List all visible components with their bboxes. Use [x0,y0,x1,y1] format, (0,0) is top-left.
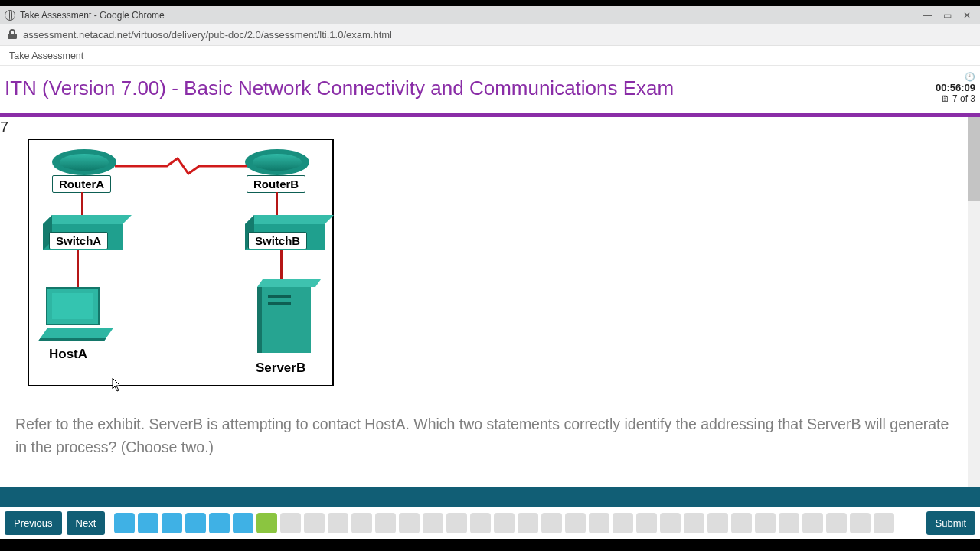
link-ra-sa [81,192,83,218]
question-block-3[interactable] [162,513,182,533]
previous-button[interactable]: Previous [5,511,62,535]
question-block-24[interactable] [660,513,681,533]
question-block-28[interactable] [755,513,776,533]
progress-count: 🗎 7 of 3 [936,93,975,104]
question-block-32[interactable] [850,513,871,533]
question-block-13[interactable] [399,513,420,533]
question-block-19[interactable] [541,513,562,533]
question-block-21[interactable] [589,513,609,533]
timer: 00:56:09 [936,82,975,93]
serial-link-icon [115,157,247,175]
question-area: 7 ✕ RouterA ✕ RouterB SwitchA [0,117,980,487]
question-block-11[interactable] [351,513,372,533]
question-block-1[interactable] [114,513,135,533]
switch-b-label: SwitchB [248,232,307,249]
exam-title: ITN (Version 7.00) - Basic Network Conne… [5,77,936,100]
host-a-icon [46,287,109,341]
url-text: assessment.netacad.net/virtuoso/delivery… [23,29,392,41]
question-block-4[interactable] [185,513,206,533]
question-block-31[interactable] [826,513,847,533]
question-block-15[interactable] [446,513,467,533]
question-block-12[interactable] [375,513,396,533]
question-text: Refer to the exhibit. ServerB is attempt… [15,412,949,458]
question-block-16[interactable] [470,513,491,533]
minimize-button[interactable]: — [919,8,936,23]
server-b-label: ServerB [256,360,305,376]
mouse-cursor-icon [112,377,122,393]
server-b-icon [257,287,311,353]
question-block-33[interactable] [874,513,894,533]
question-block-18[interactable] [518,513,538,533]
question-block-6[interactable] [233,513,253,533]
submit-button[interactable]: Submit [926,511,975,535]
router-a-icon: ✕ [52,149,116,175]
question-block-29[interactable] [779,513,799,533]
question-block-5[interactable] [209,513,230,533]
lock-icon [8,29,17,41]
question-blocks [114,513,921,533]
question-number: 7 [0,119,8,136]
question-block-23[interactable] [636,513,657,533]
close-button[interactable]: ✕ [959,8,975,23]
tab-take-assessment[interactable]: Take Assessment [3,47,90,65]
question-block-25[interactable] [684,513,704,533]
question-block-7[interactable] [256,513,277,533]
footer-bar [0,487,980,507]
exhibit-image: ✕ RouterA ✕ RouterB SwitchA SwitchB [28,139,334,386]
question-block-8[interactable] [280,513,301,533]
question-block-22[interactable] [612,513,633,533]
router-b-label: RouterB [247,175,305,193]
question-block-27[interactable] [731,513,752,533]
exam-header: ITN (Version 7.00) - Basic Network Conne… [0,66,980,113]
globe-icon [5,10,15,21]
question-block-14[interactable] [423,513,443,533]
question-block-26[interactable] [707,513,728,533]
host-a-label: HostA [49,347,87,362]
scrollbar-thumb[interactable] [968,117,980,201]
question-block-17[interactable] [494,513,514,533]
link-sb-srv [280,250,283,281]
exam-stats: 🕘 00:56:09 🗎 7 of 3 [936,72,975,104]
address-bar[interactable]: assessment.netacad.net/virtuoso/delivery… [0,24,980,46]
nav-bar: Previous Next Submit [0,507,980,539]
clock-icon: 🕘 [936,72,975,82]
link-rb-sb [276,192,278,218]
switch-a-label: SwitchA [49,232,108,249]
page-tabs: Take Assessment [0,46,980,66]
link-sa-ha [77,250,79,287]
next-button[interactable]: Next [67,511,106,535]
question-block-20[interactable] [565,513,586,533]
question-block-9[interactable] [304,513,325,533]
question-block-30[interactable] [802,513,823,533]
question-block-10[interactable] [328,513,348,533]
chrome-titlebar: Take Assessment - Google Chrome — ▭ ✕ [0,6,980,24]
router-a-label: RouterA [52,175,111,193]
router-b-icon: ✕ [245,149,309,175]
window-title: Take Assessment - Google Chrome [20,10,916,21]
maximize-button[interactable]: ▭ [939,8,956,23]
question-block-2[interactable] [138,513,158,533]
